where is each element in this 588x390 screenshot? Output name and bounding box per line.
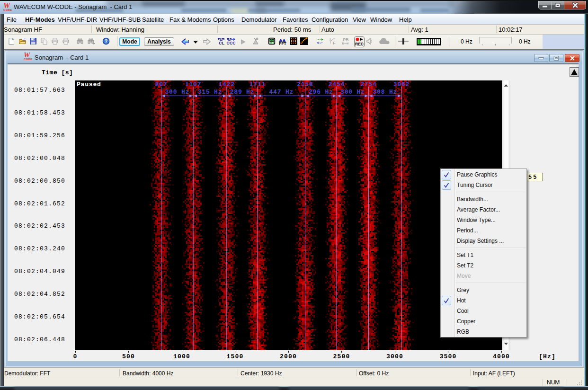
svg-text:?: ? (105, 38, 107, 44)
svg-text:CL: CL (219, 41, 224, 45)
svg-text:CCC: CCC (227, 41, 235, 45)
svg-text:FFT: FFT (279, 41, 286, 45)
svg-text:F: F (333, 41, 336, 45)
svg-text:REC: REC (355, 42, 364, 46)
svg-text:PB: PB (343, 37, 349, 42)
